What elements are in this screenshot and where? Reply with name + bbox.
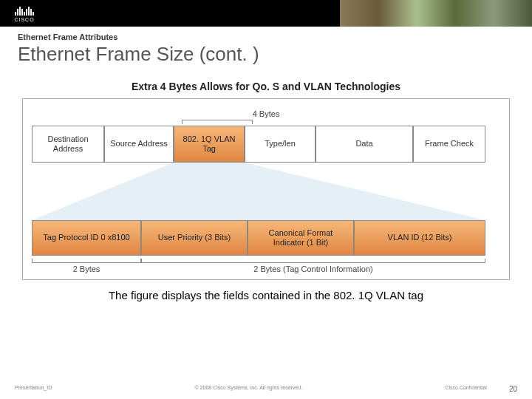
footer-copyright: © 2008 Cisco Systems, Inc. All rights re… [52, 385, 445, 393]
logo-bars-icon [6, 5, 43, 16]
top-brace-label: 4 Bytes [32, 109, 500, 118]
page-title: Ethernet Frame Size (cont. ) [18, 43, 532, 66]
top-brace-icon [32, 120, 500, 124]
footer-confidential: Cisco Confidential [445, 385, 486, 393]
field-type-len: Type/len [245, 126, 316, 163]
logo-text: CISCO [6, 17, 43, 22]
breadcrumb: Ethernet Frame Attributes [18, 33, 532, 41]
bottom-brace-2: 2 Bytes (Tag Control Information) [141, 259, 485, 273]
figure-title: Extra 4 Bytes Allows for Qo. S and VLAN … [22, 81, 510, 92]
svg-marker-0 [32, 163, 485, 220]
frame-figure: Extra 4 Bytes Allows for Qo. S and VLAN … [22, 81, 510, 280]
field-vlan-tag: 802. 1Q VLAN Tag [174, 126, 245, 163]
footer-presentation-id: Presentation_ID [15, 385, 52, 393]
bottom-brace-2-label: 2 Bytes (Tag Control Information) [141, 265, 485, 273]
field-cfi: Canonical Format Indicator (1 Bit) [248, 220, 354, 256]
footer-page-number: 20 [509, 385, 517, 393]
field-source-address: Source Address [104, 126, 174, 163]
field-tag-protocol-id: Tag Protocol ID 0 x8100 [32, 220, 141, 256]
footer: Presentation_ID © 2008 Cisco Systems, In… [0, 385, 532, 393]
frame-row: Destination Address Source Address 802. … [32, 126, 500, 163]
beam-icon [32, 163, 500, 220]
field-data: Data [316, 126, 413, 163]
header-photo-strip [340, 0, 532, 27]
tag-row: Tag Protocol ID 0 x8100 User Priority (3… [32, 220, 500, 256]
field-user-priority: User Priority (3 Bits) [141, 220, 248, 256]
field-destination-address: Destination Address [32, 126, 104, 163]
field-vlan-id: VLAN ID (12 Bits) [354, 220, 485, 256]
figure-body: 4 Bytes Destination Address Source Addre… [22, 98, 510, 280]
top-bar: CISCO [0, 0, 532, 27]
cisco-logo: CISCO [6, 3, 43, 24]
bottom-brace-1: 2 Bytes [32, 259, 141, 273]
figure-caption: The figure displays the fields contained… [22, 289, 510, 301]
bottom-brace-1-label: 2 Bytes [32, 265, 141, 273]
field-frame-check: Frame Check [413, 126, 485, 163]
expansion-beam [32, 163, 500, 220]
bottom-braces: 2 Bytes 2 Bytes (Tag Control Information… [32, 259, 500, 273]
